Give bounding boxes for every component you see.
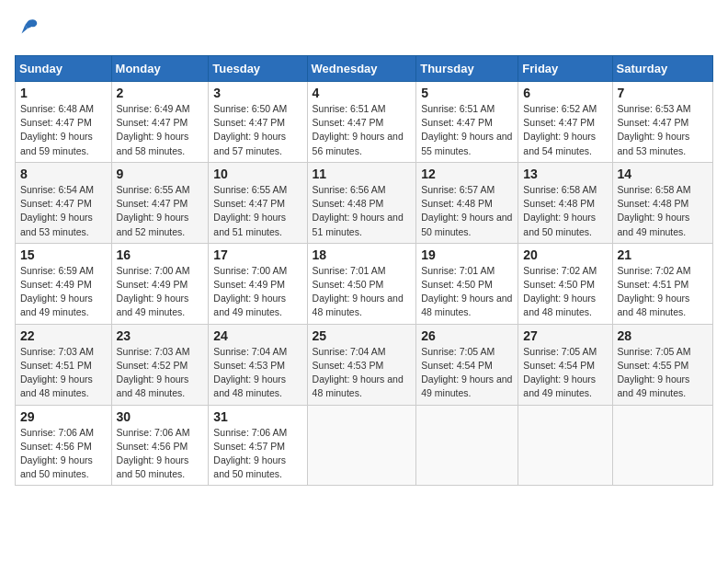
day-info: Sunrise: 6:51 AMSunset: 4:47 PMDaylight:… (313, 103, 404, 156)
calendar-cell: 8 Sunrise: 6:54 AMSunset: 4:47 PMDayligh… (16, 162, 112, 243)
day-info: Sunrise: 6:55 AMSunset: 4:47 PMDaylight:… (213, 184, 287, 237)
logo-icon (15, 15, 40, 40)
day-number: 19 (421, 247, 513, 262)
calendar-cell: 12 Sunrise: 6:57 AMSunset: 4:48 PMDaylig… (416, 162, 518, 243)
day-info: Sunrise: 6:53 AMSunset: 4:47 PMDaylight:… (618, 103, 691, 156)
day-info: Sunrise: 7:03 AMSunset: 4:51 PMDaylight:… (20, 346, 94, 399)
day-info: Sunrise: 6:55 AMSunset: 4:47 PMDaylight:… (117, 184, 190, 237)
day-info: Sunrise: 6:56 AMSunset: 4:48 PMDaylight:… (313, 184, 404, 237)
day-info: Sunrise: 7:04 AMSunset: 4:53 PMDaylight:… (213, 346, 287, 399)
day-number: 13 (523, 167, 607, 181)
calendar-cell: 25 Sunrise: 7:04 AMSunset: 4:53 PMDaylig… (307, 324, 416, 405)
day-info: Sunrise: 7:06 AMSunset: 4:57 PMDaylight:… (213, 427, 287, 480)
day-number: 25 (313, 328, 412, 343)
calendar-row: 22 Sunrise: 7:03 AMSunset: 4:51 PMDaylig… (16, 324, 713, 405)
calendar-cell (307, 405, 416, 486)
calendar-cell: 15 Sunrise: 6:59 AMSunset: 4:49 PMDaylig… (16, 243, 112, 324)
calendar-cell: 27 Sunrise: 7:05 AMSunset: 4:54 PMDaylig… (518, 324, 612, 405)
day-number: 20 (523, 247, 607, 262)
calendar-cell: 9 Sunrise: 6:55 AMSunset: 4:47 PMDayligh… (111, 162, 209, 243)
day-number: 14 (618, 167, 708, 181)
day-number: 16 (117, 247, 204, 262)
calendar-cell (518, 405, 612, 486)
calendar-cell: 7 Sunrise: 6:53 AMSunset: 4:47 PMDayligh… (612, 82, 712, 163)
day-number: 2 (117, 86, 204, 100)
calendar-table: SundayMondayTuesdayWednesdayThursdayFrid… (15, 55, 713, 486)
day-info: Sunrise: 7:01 AMSunset: 4:50 PMDaylight:… (313, 265, 404, 318)
weekday-header: Sunday (16, 56, 112, 82)
day-number: 1 (20, 86, 107, 100)
calendar-cell: 20 Sunrise: 7:02 AMSunset: 4:50 PMDaylig… (518, 243, 612, 324)
day-number: 15 (20, 247, 107, 262)
page-header (15, 15, 713, 44)
calendar-cell: 30 Sunrise: 7:06 AMSunset: 4:56 PMDaylig… (111, 405, 209, 486)
day-number: 17 (213, 247, 301, 262)
day-info: Sunrise: 7:01 AMSunset: 4:50 PMDaylight:… (421, 265, 512, 318)
calendar-cell: 23 Sunrise: 7:03 AMSunset: 4:52 PMDaylig… (111, 324, 209, 405)
calendar-cell: 29 Sunrise: 7:06 AMSunset: 4:56 PMDaylig… (16, 405, 112, 486)
calendar-cell: 17 Sunrise: 7:00 AMSunset: 4:49 PMDaylig… (209, 243, 307, 324)
day-info: Sunrise: 6:57 AMSunset: 4:48 PMDaylight:… (421, 184, 512, 237)
day-number: 9 (117, 167, 204, 181)
day-info: Sunrise: 7:05 AMSunset: 4:54 PMDaylight:… (421, 346, 512, 399)
calendar-cell: 2 Sunrise: 6:49 AMSunset: 4:47 PMDayligh… (111, 82, 209, 163)
calendar-cell: 16 Sunrise: 7:00 AMSunset: 4:49 PMDaylig… (111, 243, 209, 324)
day-number: 26 (421, 328, 513, 343)
calendar-cell: 26 Sunrise: 7:05 AMSunset: 4:54 PMDaylig… (416, 324, 518, 405)
logo (15, 15, 42, 44)
day-info: Sunrise: 6:49 AMSunset: 4:47 PMDaylight:… (117, 103, 190, 156)
day-number: 27 (523, 328, 607, 343)
day-number: 6 (523, 86, 607, 100)
day-info: Sunrise: 7:04 AMSunset: 4:53 PMDaylight:… (313, 346, 404, 399)
calendar-cell: 4 Sunrise: 6:51 AMSunset: 4:47 PMDayligh… (307, 82, 416, 163)
calendar-cell (612, 405, 712, 486)
day-number: 7 (618, 86, 708, 100)
calendar-cell: 31 Sunrise: 7:06 AMSunset: 4:57 PMDaylig… (209, 405, 307, 486)
calendar-cell: 6 Sunrise: 6:52 AMSunset: 4:47 PMDayligh… (518, 82, 612, 163)
day-number: 30 (117, 409, 204, 424)
day-info: Sunrise: 6:51 AMSunset: 4:47 PMDaylight:… (421, 103, 512, 156)
calendar-cell: 28 Sunrise: 7:05 AMSunset: 4:55 PMDaylig… (612, 324, 712, 405)
day-number: 5 (421, 86, 513, 100)
calendar-row: 29 Sunrise: 7:06 AMSunset: 4:56 PMDaylig… (16, 405, 713, 486)
weekday-header: Thursday (416, 56, 518, 82)
day-info: Sunrise: 7:03 AMSunset: 4:52 PMDaylight:… (117, 346, 190, 399)
day-info: Sunrise: 6:52 AMSunset: 4:47 PMDaylight:… (523, 103, 597, 156)
day-number: 8 (20, 167, 107, 181)
calendar-cell: 5 Sunrise: 6:51 AMSunset: 4:47 PMDayligh… (416, 82, 518, 163)
day-number: 4 (313, 86, 412, 100)
day-info: Sunrise: 7:05 AMSunset: 4:55 PMDaylight:… (618, 346, 691, 399)
day-info: Sunrise: 6:59 AMSunset: 4:49 PMDaylight:… (20, 265, 94, 318)
calendar-cell: 21 Sunrise: 7:02 AMSunset: 4:51 PMDaylig… (612, 243, 712, 324)
weekday-header: Tuesday (209, 56, 307, 82)
calendar-cell: 1 Sunrise: 6:48 AMSunset: 4:47 PMDayligh… (16, 82, 112, 163)
calendar-cell: 19 Sunrise: 7:01 AMSunset: 4:50 PMDaylig… (416, 243, 518, 324)
calendar-row: 8 Sunrise: 6:54 AMSunset: 4:47 PMDayligh… (16, 162, 713, 243)
calendar-row: 15 Sunrise: 6:59 AMSunset: 4:49 PMDaylig… (16, 243, 713, 324)
day-number: 28 (618, 328, 708, 343)
day-info: Sunrise: 7:06 AMSunset: 4:56 PMDaylight:… (20, 427, 94, 480)
day-number: 11 (313, 167, 412, 181)
day-number: 18 (313, 247, 412, 262)
weekday-header: Wednesday (307, 56, 416, 82)
day-number: 23 (117, 328, 204, 343)
day-info: Sunrise: 7:06 AMSunset: 4:56 PMDaylight:… (117, 427, 190, 480)
day-info: Sunrise: 7:02 AMSunset: 4:50 PMDaylight:… (523, 265, 597, 318)
calendar-cell: 10 Sunrise: 6:55 AMSunset: 4:47 PMDaylig… (209, 162, 307, 243)
calendar-cell: 18 Sunrise: 7:01 AMSunset: 4:50 PMDaylig… (307, 243, 416, 324)
day-number: 31 (213, 409, 301, 424)
weekday-header: Monday (111, 56, 209, 82)
calendar-cell: 22 Sunrise: 7:03 AMSunset: 4:51 PMDaylig… (16, 324, 112, 405)
calendar-row: 1 Sunrise: 6:48 AMSunset: 4:47 PMDayligh… (16, 82, 713, 163)
day-number: 29 (20, 409, 107, 424)
day-number: 21 (618, 247, 708, 262)
calendar-cell: 3 Sunrise: 6:50 AMSunset: 4:47 PMDayligh… (209, 82, 307, 163)
calendar-cell (416, 405, 518, 486)
day-number: 24 (213, 328, 301, 343)
day-info: Sunrise: 7:00 AMSunset: 4:49 PMDaylight:… (117, 265, 190, 318)
day-info: Sunrise: 6:48 AMSunset: 4:47 PMDaylight:… (20, 103, 94, 156)
weekday-header: Saturday (612, 56, 712, 82)
day-info: Sunrise: 6:58 AMSunset: 4:48 PMDaylight:… (523, 184, 597, 237)
day-info: Sunrise: 7:02 AMSunset: 4:51 PMDaylight:… (618, 265, 691, 318)
day-info: Sunrise: 7:00 AMSunset: 4:49 PMDaylight:… (213, 265, 287, 318)
